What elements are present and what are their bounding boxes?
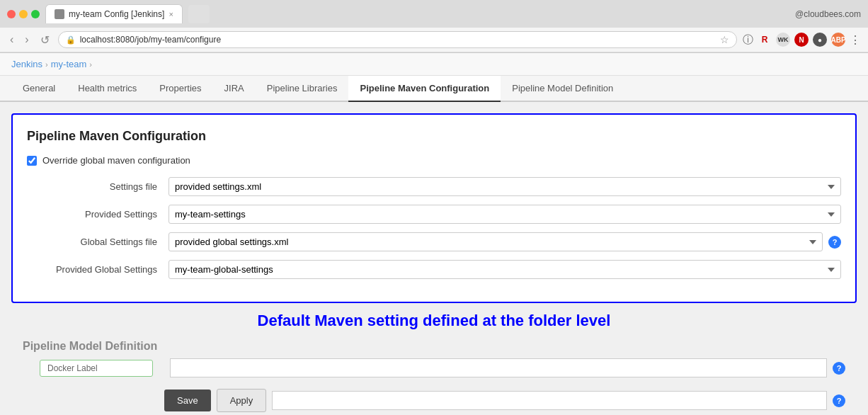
config-box-title: Pipeline Maven Configuration xyxy=(27,129,841,144)
docker-label-spacer: Docker Label xyxy=(23,360,164,377)
ext-wk-button[interactable]: WK xyxy=(776,33,790,47)
global-settings-file-select[interactable]: provided global settings.xml xyxy=(169,232,823,251)
settings-file-control: provided settings.xml xyxy=(169,177,841,196)
reload-button[interactable]: ↺ xyxy=(38,32,52,48)
global-settings-file-label: Global Settings file xyxy=(27,237,169,247)
tab-favicon xyxy=(55,9,64,19)
url-text: localhost:8080/job/my-team/configure xyxy=(80,35,716,45)
breadcrumb-sep-2: › xyxy=(89,60,92,69)
browser-tab[interactable]: my-team Config [Jenkins] × xyxy=(45,4,183,23)
breadcrumb: Jenkins › my-team › xyxy=(0,53,868,76)
address-input[interactable]: 🔒 localhost:8080/job/my-team/configure ☆ xyxy=(58,31,737,48)
ext-n-button[interactable]: N xyxy=(794,33,809,47)
tab-health-metrics[interactable]: Health metrics xyxy=(67,76,148,102)
provided-global-settings-row: Provided Global Settings my-team-global-… xyxy=(27,260,841,279)
back-button[interactable]: ‹ xyxy=(7,32,16,47)
tab-close-icon[interactable]: × xyxy=(169,10,173,18)
docker-label-input[interactable] xyxy=(170,358,827,377)
browser-chrome: my-team Config [Jenkins] × @cloudbees.co… xyxy=(0,0,868,53)
annotation-text: Default Maven setting defined at the fol… xyxy=(11,303,857,334)
help-icon-global-settings[interactable]: ? xyxy=(828,236,841,249)
pipeline-model-title: Pipeline Model Definition xyxy=(23,340,845,353)
provided-settings-control: my-team-settings xyxy=(169,205,841,224)
ext-dot-button[interactable]: ● xyxy=(813,33,827,47)
docker-label-row: Docker Label ? xyxy=(23,358,845,377)
tabs-bar: General Health metrics Properties JIRA P… xyxy=(0,76,868,102)
browser-extensions: ⓘ R WK N ● ABP ⋮ xyxy=(743,33,861,47)
traffic-lights xyxy=(7,10,40,18)
maximize-button[interactable] xyxy=(31,10,40,18)
new-tab-button[interactable] xyxy=(188,5,210,23)
pipeline-maven-config-box: Pipeline Maven Configuration Override gl… xyxy=(11,113,857,303)
main-content: Pipeline Maven Configuration Override gl… xyxy=(0,102,868,415)
action-buttons: Save Apply xyxy=(164,383,266,415)
global-settings-file-control: provided global settings.xml ? xyxy=(169,232,841,251)
second-input-field[interactable] xyxy=(272,391,827,410)
bookmark-icon[interactable]: ☆ xyxy=(720,34,729,45)
help-icon-docker[interactable]: ? xyxy=(833,362,845,375)
provided-global-settings-label: Provided Global Settings xyxy=(27,264,169,275)
close-button[interactable] xyxy=(7,10,16,18)
tab-pipeline-model-definition[interactable]: Pipeline Model Definition xyxy=(501,76,624,102)
tab-general[interactable]: General xyxy=(11,76,67,102)
pipeline-model-section: Pipeline Model Definition Docker Label ?… xyxy=(11,334,857,415)
tab-jira[interactable]: JIRA xyxy=(213,76,256,102)
override-checkbox-label: Override global maven configuration xyxy=(42,155,190,166)
docker-label-box: Docker Label xyxy=(40,360,153,377)
save-button[interactable]: Save xyxy=(164,390,211,411)
breadcrumb-sep-1: › xyxy=(45,60,48,69)
tab-title: my-team Config [Jenkins] xyxy=(69,9,164,19)
lock-icon: 🔒 xyxy=(66,35,76,45)
provided-global-settings-control: my-team-global-settings xyxy=(169,260,841,279)
minimize-button[interactable] xyxy=(19,10,28,18)
forward-button[interactable]: › xyxy=(22,32,31,47)
override-checkbox[interactable] xyxy=(27,156,37,166)
breadcrumb-my-team[interactable]: my-team xyxy=(51,59,87,69)
settings-file-row: Settings file provided settings.xml xyxy=(27,177,841,196)
provided-settings-select[interactable]: my-team-settings xyxy=(169,205,841,224)
jenkins-page: Jenkins › my-team › General Health metri… xyxy=(0,53,868,415)
apply-button[interactable]: Apply xyxy=(217,389,267,412)
global-settings-file-row: Global Settings file provided global set… xyxy=(27,232,841,251)
settings-file-select[interactable]: provided settings.xml xyxy=(169,177,841,196)
info-icon[interactable]: ⓘ xyxy=(743,33,753,47)
address-bar: ‹ › ↺ 🔒 localhost:8080/job/my-team/confi… xyxy=(0,28,868,52)
tab-pipeline-libraries[interactable]: Pipeline Libraries xyxy=(256,76,349,102)
ext-r-button[interactable]: R xyxy=(758,33,772,47)
provided-settings-label: Provided Settings xyxy=(27,209,169,220)
tab-properties[interactable]: Properties xyxy=(148,76,212,102)
titlebar: my-team Config [Jenkins] × @cloudbees.co… xyxy=(0,0,868,28)
help-icon-second[interactable]: ? xyxy=(833,394,845,407)
override-checkbox-row: Override global maven configuration xyxy=(27,155,841,166)
settings-file-label: Settings file xyxy=(27,181,169,192)
more-options-icon[interactable]: ⋮ xyxy=(850,33,861,47)
tab-pipeline-maven-configuration[interactable]: Pipeline Maven Configuration xyxy=(348,76,501,102)
breadcrumb-jenkins[interactable]: Jenkins xyxy=(11,59,42,69)
ext-abp-button[interactable]: ABP xyxy=(831,33,845,47)
provided-settings-row: Provided Settings my-team-settings xyxy=(27,205,841,224)
provided-global-settings-select[interactable]: my-team-global-settings xyxy=(169,260,841,279)
action-buttons-row: Save Apply ? xyxy=(23,383,845,415)
cloud-email: @cloudbees.com xyxy=(795,9,861,19)
